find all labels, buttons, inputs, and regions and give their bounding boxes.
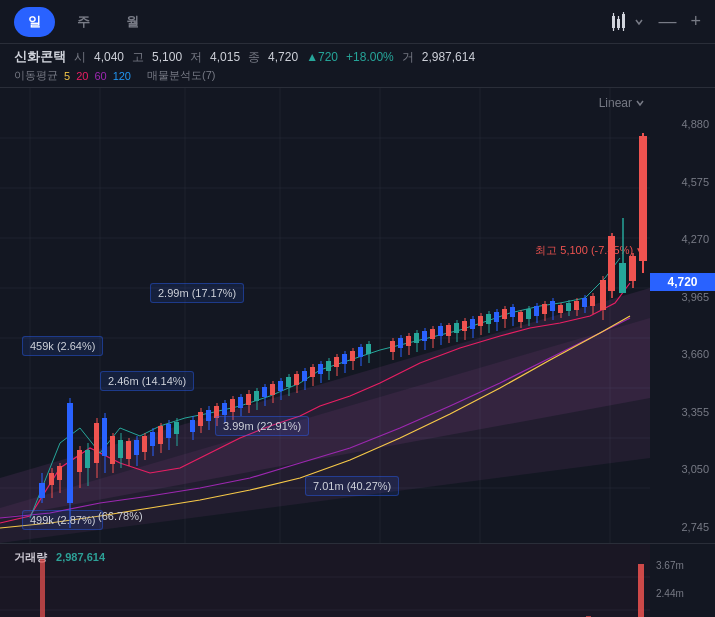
svg-rect-63 — [198, 412, 203, 426]
open-value: 4,040 — [94, 50, 124, 64]
svg-rect-161 — [608, 236, 615, 291]
change-value: ▲720 — [306, 50, 338, 64]
svg-rect-145 — [542, 304, 547, 314]
svg-rect-97 — [334, 357, 339, 367]
svg-rect-125 — [462, 321, 467, 331]
svg-rect-41 — [102, 418, 107, 456]
svg-rect-167 — [639, 136, 647, 261]
stock-name: 신화콘택 — [14, 48, 66, 66]
svg-rect-35 — [77, 450, 82, 472]
svg-rect-33 — [67, 403, 73, 503]
svg-rect-75 — [246, 394, 251, 405]
svg-rect-2 — [622, 14, 625, 28]
price-3355: 3,355 — [654, 406, 709, 418]
svg-rect-105 — [366, 344, 371, 354]
svg-rect-127 — [470, 319, 475, 329]
svg-rect-1 — [617, 19, 620, 28]
tab-day[interactable]: 일 — [14, 7, 55, 37]
svg-rect-129 — [478, 316, 483, 326]
annotation-7-01m: 7.01m (40.27%) — [305, 476, 399, 496]
toolbar-right: — + — [608, 11, 701, 33]
svg-rect-55 — [158, 426, 163, 444]
open-label: 시 — [74, 49, 86, 66]
close-value: 4,720 — [268, 50, 298, 64]
svg-rect-139 — [518, 312, 523, 322]
svg-rect-87 — [294, 374, 299, 385]
price-chart-svg — [0, 88, 650, 543]
svg-rect-155 — [582, 298, 587, 307]
price-3660: 3,660 — [654, 348, 709, 360]
svg-rect-59 — [174, 422, 179, 434]
svg-rect-115 — [422, 331, 427, 341]
svg-rect-49 — [134, 440, 139, 455]
price-axis: 4,880 4,575 4,270 3,965 3,660 3,355 3,05… — [650, 88, 715, 543]
svg-rect-69 — [222, 403, 227, 415]
price-4575: 4,575 — [654, 176, 709, 188]
svg-rect-99 — [342, 354, 347, 364]
svg-rect-165 — [629, 256, 636, 281]
close-label: 종 — [248, 49, 260, 66]
svg-rect-93 — [318, 364, 323, 374]
annotation-66pct: (66.78%) — [98, 510, 143, 522]
high-label: 고 — [132, 49, 144, 66]
svg-rect-27 — [39, 483, 45, 498]
svg-rect-95 — [326, 361, 331, 371]
minus-button[interactable]: — — [658, 11, 676, 32]
ma60-label: 60 — [94, 70, 106, 82]
annotation-2-99m: 2.99m (17.17%) — [150, 283, 244, 303]
svg-rect-111 — [406, 336, 411, 346]
price-3050: 3,050 — [654, 463, 709, 475]
ma5-label: 5 — [64, 70, 70, 82]
svg-rect-89 — [302, 371, 307, 381]
svg-rect-85 — [286, 377, 291, 387]
svg-rect-57 — [166, 424, 171, 438]
svg-rect-109 — [398, 338, 403, 348]
price-4270: 4,270 — [654, 233, 709, 245]
candlestick-icon — [608, 11, 630, 33]
tab-week[interactable]: 주 — [63, 7, 104, 37]
svg-rect-203 — [638, 564, 644, 617]
chart-type-button[interactable] — [608, 11, 644, 33]
svg-rect-157 — [590, 296, 595, 306]
svg-rect-45 — [118, 440, 123, 458]
svg-rect-141 — [526, 309, 531, 319]
svg-rect-133 — [494, 312, 499, 322]
svg-rect-121 — [446, 325, 451, 336]
change-pct: +18.00% — [346, 50, 394, 64]
vol-3-67m: 3.67m — [656, 560, 709, 571]
svg-rect-171 — [40, 559, 45, 617]
volume-axis: 3.67m 2.44m 1.22m — [650, 544, 715, 617]
chart-area: Linear 최고 5,100 (-7.45%) ▼ — [0, 88, 715, 543]
svg-rect-135 — [502, 309, 507, 319]
plus-button[interactable]: + — [690, 11, 701, 32]
macd-label: 매물분석도(7) — [147, 68, 215, 83]
tab-month[interactable]: 월 — [112, 7, 153, 37]
price-2745: 2,745 — [654, 521, 709, 533]
svg-rect-170 — [0, 544, 650, 617]
current-price-badge: 4,720 — [650, 273, 715, 291]
annotation-2-46m: 2.46m (14.14%) — [100, 371, 194, 391]
svg-rect-137 — [510, 307, 515, 317]
stock-info-line1: 신화콘택 시 4,040 고 5,100 저 4,015 종 4,720 ▲72… — [14, 48, 701, 66]
svg-rect-163 — [619, 263, 626, 293]
svg-rect-39 — [94, 423, 99, 463]
svg-rect-149 — [558, 305, 563, 313]
ma-label: 이동평균 — [14, 68, 58, 83]
svg-rect-131 — [486, 314, 491, 324]
svg-rect-103 — [358, 347, 363, 357]
svg-rect-81 — [270, 384, 275, 395]
svg-rect-107 — [390, 341, 395, 352]
svg-rect-65 — [206, 410, 211, 421]
low-label: 저 — [190, 49, 202, 66]
svg-rect-143 — [534, 306, 539, 316]
volume-area: 거래량 2,987,614 — [0, 543, 715, 617]
svg-rect-43 — [110, 436, 115, 464]
svg-rect-117 — [430, 329, 435, 339]
price-3965: 3,965 — [654, 291, 709, 303]
svg-rect-61 — [190, 420, 195, 432]
svg-rect-101 — [350, 351, 355, 361]
svg-rect-91 — [310, 367, 315, 377]
svg-rect-29 — [49, 473, 54, 485]
annotation-459k: 459k (2.64%) — [22, 336, 103, 356]
volume-value-header: 2,987,614 — [422, 50, 475, 64]
